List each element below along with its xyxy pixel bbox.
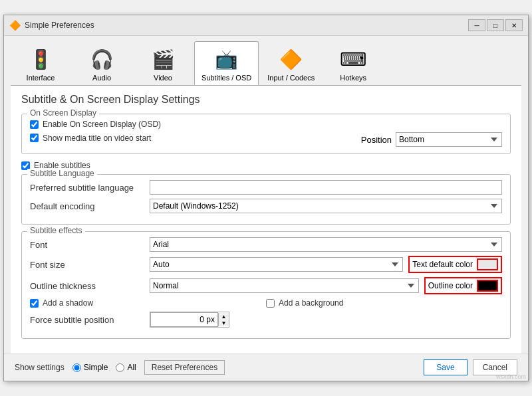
- tab-audio[interactable]: 🎧 Audio: [72, 41, 132, 85]
- window-controls: ─ □ ✕: [468, 19, 523, 31]
- close-button[interactable]: ✕: [505, 19, 523, 31]
- font-row: Font Arial Times New Roman Verdana: [30, 237, 502, 252]
- add-background-checkbox[interactable]: [266, 299, 275, 308]
- window-title: Simple Preferences: [25, 21, 94, 30]
- preferred-language-label: Preferred subtitle language: [30, 183, 150, 193]
- font-select[interactable]: Arial Times New Roman Verdana: [150, 237, 502, 252]
- effects-group: Subtitle effects Font Arial Times New Ro…: [21, 231, 511, 339]
- tab-subtitles-label: Subtitles / OSD: [201, 74, 251, 82]
- spin-down-button[interactable]: ▼: [219, 320, 229, 326]
- tab-video-label: Video: [154, 74, 172, 82]
- effects-group-label: Subtitle effects: [27, 226, 85, 235]
- enable-osd-label[interactable]: Enable On Screen Display (OSD): [43, 120, 161, 129]
- force-position-spin: ▲ ▼: [150, 312, 229, 328]
- simple-radio-group: Simple: [72, 363, 108, 372]
- outline-color-swatch[interactable]: [477, 280, 498, 292]
- outline-row: Outline thickness Normal Thin Medium Thi…: [30, 277, 502, 294]
- osd-group: On Screen Display Enable On Screen Displ…: [21, 114, 511, 154]
- maximize-button[interactable]: □: [487, 19, 504, 31]
- tab-interface[interactable]: 🚦 Interface: [11, 41, 70, 85]
- show-settings-label: Show settings: [15, 363, 65, 372]
- interface-icon: 🚦: [27, 46, 54, 72]
- outline-color-label: Outline color: [428, 281, 473, 290]
- bottom-bar: Show settings Simple All Reset Preferenc…: [4, 353, 528, 381]
- language-group: Subtitle Language Preferred subtitle lan…: [21, 174, 511, 225]
- subtitles-icon: 📺: [213, 46, 240, 72]
- background-row: Add a background: [266, 298, 343, 308]
- tab-audio-label: Audio: [92, 74, 111, 82]
- simple-radio[interactable]: [72, 363, 81, 372]
- titlebar: 🔶 Simple Preferences ─ □ ✕: [4, 15, 528, 36]
- outline-color-container: Outline color: [424, 277, 502, 294]
- tab-input[interactable]: 🔶 Input / Codecs: [260, 41, 322, 85]
- tab-subtitles[interactable]: 📺 Subtitles / OSD: [194, 41, 259, 85]
- force-position-input[interactable]: [150, 312, 218, 327]
- tab-hotkeys-label: Hotkeys: [340, 74, 366, 82]
- main-content: Subtitle & On Screen Display Settings On…: [11, 85, 521, 353]
- add-shadow-label[interactable]: Add a shadow: [43, 298, 93, 308]
- preferred-language-row: Preferred subtitle language: [30, 180, 502, 195]
- force-position-label: Force subtitle position: [30, 315, 150, 325]
- position-label: Position: [361, 135, 392, 145]
- text-color-swatch[interactable]: [477, 258, 498, 270]
- add-shadow-checkbox[interactable]: [30, 299, 39, 308]
- tab-interface-label: Interface: [27, 74, 55, 82]
- encoding-row: Default encoding Default (Windows-1252) …: [30, 199, 502, 213]
- minimize-button[interactable]: ─: [468, 19, 485, 31]
- all-radio[interactable]: [116, 363, 124, 372]
- all-radio-label[interactable]: All: [127, 363, 136, 372]
- reset-button[interactable]: Reset Preferences: [144, 360, 225, 375]
- tab-input-label: Input / Codecs: [267, 74, 315, 82]
- tab-hotkeys[interactable]: ⌨ Hotkeys: [323, 41, 383, 85]
- save-button[interactable]: Save: [424, 359, 467, 375]
- tab-video[interactable]: 🎬 Video: [133, 41, 193, 85]
- encoding-label: Default encoding: [30, 201, 150, 211]
- outline-thickness-label: Outline thickness: [30, 281, 150, 291]
- text-color-container: Text default color: [408, 256, 502, 273]
- simple-radio-label[interactable]: Simple: [84, 363, 108, 372]
- app-icon: 🔶: [9, 20, 21, 31]
- font-size-row: Font size Auto Small Medium Large Text d…: [30, 256, 502, 273]
- video-icon: 🎬: [150, 46, 176, 72]
- text-color-label: Text default color: [412, 260, 473, 269]
- language-group-label: Subtitle Language: [27, 169, 97, 178]
- shadow-row: Add a shadow: [30, 298, 266, 308]
- font-size-select[interactable]: Auto Small Medium Large: [150, 257, 403, 272]
- audio-icon: 🎧: [88, 46, 115, 72]
- force-position-row: Force subtitle position ▲ ▼: [30, 312, 502, 328]
- preferred-language-input[interactable]: [150, 180, 502, 195]
- tabs-container: 🚦 Interface 🎧 Audio 🎬 Video 📺 Subtitles …: [4, 36, 528, 85]
- add-background-label[interactable]: Add a background: [279, 298, 343, 308]
- font-label: Font: [30, 240, 150, 250]
- show-media-label[interactable]: Show media title on video start: [43, 134, 151, 143]
- position-select[interactable]: Bottom Top Center: [396, 132, 502, 147]
- all-radio-group: All: [116, 363, 136, 372]
- osd-group-label: On Screen Display: [27, 108, 99, 118]
- show-media-checkbox[interactable]: [30, 134, 39, 142]
- page-title: Subtitle & On Screen Display Settings: [21, 94, 511, 106]
- hotkeys-icon: ⌨: [340, 46, 366, 72]
- spin-up-button[interactable]: ▲: [219, 313, 229, 320]
- settings-section: Show settings Simple All Reset Preferenc…: [15, 360, 225, 375]
- shadow-background-row: Add a shadow Add a background: [30, 298, 502, 308]
- spin-buttons: ▲ ▼: [218, 313, 229, 326]
- outline-select[interactable]: Normal Thin Medium Thick: [150, 278, 419, 293]
- enable-osd-row: Enable On Screen Display (OSD): [30, 120, 502, 129]
- input-icon: 🔶: [278, 46, 305, 72]
- encoding-select[interactable]: Default (Windows-1252) UTF-8 UTF-16: [150, 199, 502, 213]
- font-size-label: Font size: [30, 260, 150, 270]
- enable-osd-checkbox[interactable]: [30, 120, 39, 129]
- show-media-title-row: Show media title on video start: [30, 134, 151, 143]
